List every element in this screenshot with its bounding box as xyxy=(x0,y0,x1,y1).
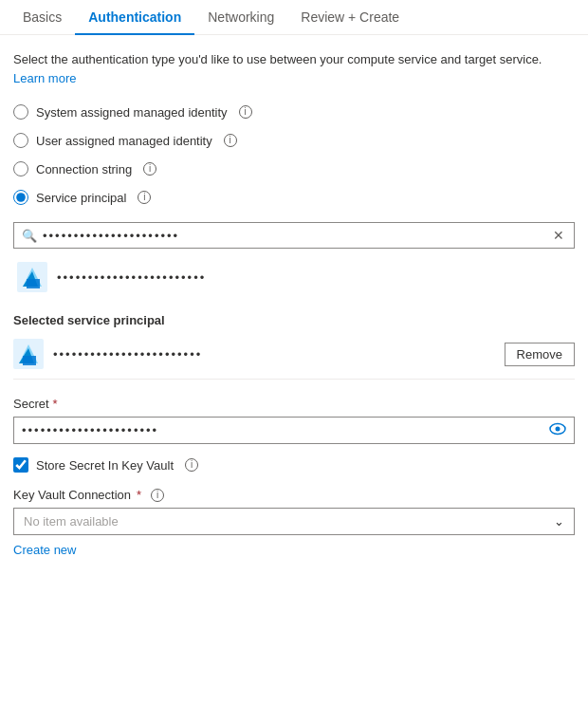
search-clear-button[interactable]: ✕ xyxy=(551,228,566,243)
main-content: Select the authentication type you'd lik… xyxy=(0,35,588,572)
learn-more-link[interactable]: Learn more xyxy=(13,71,76,85)
svg-rect-3 xyxy=(27,279,40,288)
kv-dropdown-value: No item available xyxy=(24,514,554,529)
sp-search-input[interactable] xyxy=(43,229,551,243)
radio-system-assigned-input[interactable] xyxy=(13,104,28,120)
radio-user-assigned-label: User assigned managed identity xyxy=(36,134,212,148)
user-assigned-info-icon[interactable]: i xyxy=(224,134,237,147)
remove-sp-button[interactable]: Remove xyxy=(505,343,575,366)
kv-label-row: Key Vault Connection * i xyxy=(13,488,575,502)
secret-reveal-button[interactable] xyxy=(542,418,574,443)
store-secret-checkbox[interactable] xyxy=(13,457,28,473)
sp-search-box[interactable]: 🔍 ✕ xyxy=(13,222,575,249)
kv-required-star: * xyxy=(137,488,141,502)
eye-icon xyxy=(549,422,566,436)
tab-review-create[interactable]: Review + Create xyxy=(287,0,413,34)
sp-search-result-item[interactable]: •••••••••••••••••••••••• xyxy=(13,256,575,298)
radio-system-assigned[interactable]: System assigned managed identity i xyxy=(13,104,575,120)
secret-field-section: Secret * xyxy=(13,397,575,444)
radio-user-assigned-input[interactable] xyxy=(13,133,28,148)
kv-connection-dropdown[interactable]: No item available ⌄ xyxy=(13,508,575,535)
sp-result-icon xyxy=(17,262,47,292)
selected-sp-section: Selected service principal •••••••••••••… xyxy=(13,313,575,380)
selected-section-title: Selected service principal xyxy=(13,313,575,327)
connection-string-info-icon[interactable]: i xyxy=(143,162,156,176)
auth-type-radio-group: System assigned managed identity i User … xyxy=(13,104,575,205)
secret-field-label: Secret * xyxy=(13,397,575,411)
radio-user-assigned[interactable]: User assigned managed identity i xyxy=(13,133,575,148)
radio-service-principal-label: Service principal xyxy=(36,191,126,205)
secret-input[interactable] xyxy=(14,418,542,443)
kv-connection-label: Key Vault Connection xyxy=(13,488,131,502)
tab-bar: Basics Authentication Networking Review … xyxy=(0,0,588,35)
radio-connection-string-input[interactable] xyxy=(13,161,28,176)
selected-sp-item: •••••••••••••••••••••••• Remove xyxy=(13,339,575,380)
store-secret-info-icon[interactable]: i xyxy=(185,458,198,472)
tab-networking[interactable]: Networking xyxy=(194,0,287,34)
radio-connection-string[interactable]: Connection string i xyxy=(13,161,575,176)
search-icon: 🔍 xyxy=(22,229,37,243)
svg-point-9 xyxy=(556,426,560,431)
selected-sp-icon xyxy=(13,339,44,369)
radio-system-assigned-label: System assigned managed identity xyxy=(36,105,228,120)
store-secret-row[interactable]: Store Secret In Key Vault i xyxy=(13,457,575,473)
radio-connection-string-label: Connection string xyxy=(36,162,132,176)
sp-result-name: •••••••••••••••••••••••• xyxy=(57,270,206,285)
description-text: Select the authentication type you'd lik… xyxy=(13,50,575,87)
secret-input-wrap[interactable] xyxy=(13,417,575,444)
kv-info-icon[interactable]: i xyxy=(151,489,164,502)
create-new-link[interactable]: Create new xyxy=(13,543,76,557)
chevron-down-icon: ⌄ xyxy=(554,514,564,529)
radio-service-principal-input[interactable] xyxy=(13,190,28,205)
service-principal-info-icon[interactable]: i xyxy=(138,191,151,204)
selected-sp-name: •••••••••••••••••••••••• xyxy=(53,347,495,362)
system-assigned-info-icon[interactable]: i xyxy=(239,105,252,119)
store-secret-label: Store Secret In Key Vault xyxy=(36,458,174,473)
radio-service-principal[interactable]: Service principal i xyxy=(13,190,575,205)
svg-rect-7 xyxy=(23,356,36,365)
tab-basics[interactable]: Basics xyxy=(9,0,75,34)
secret-required-star: * xyxy=(53,397,58,411)
tab-authentication[interactable]: Authentication xyxy=(75,0,194,34)
